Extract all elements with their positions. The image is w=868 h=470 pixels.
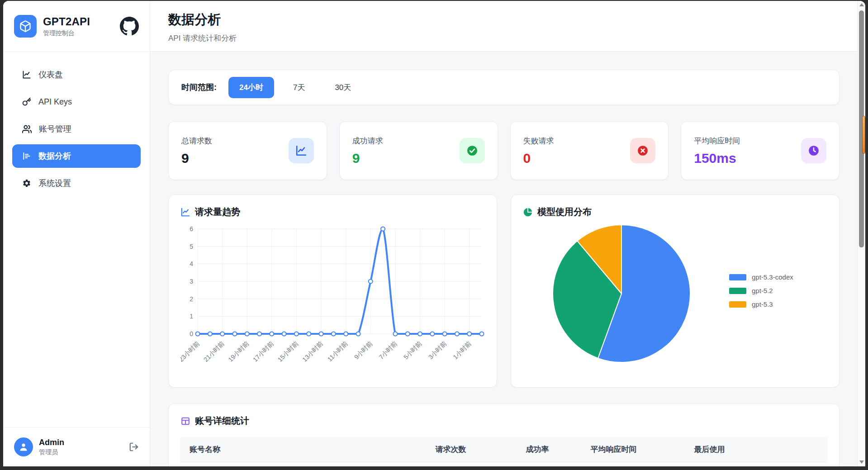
- page-header: 数据分析 API 请求统计和分析: [150, 1, 858, 52]
- nav-label: 数据分析: [38, 151, 71, 161]
- stat-value: 9: [352, 151, 383, 166]
- stat-value: 0: [523, 151, 554, 166]
- account-stats-card: 账号详细统计 账号名称 请求次数 成功率 平均响应时间 最后使用: [168, 404, 840, 466]
- stat-text: 失败请求 0: [523, 136, 554, 166]
- sidebar-item-analytics[interactable]: 数据分析: [12, 144, 141, 168]
- svg-text:11小时前: 11小时前: [326, 340, 349, 363]
- stat-card-failed-requests: 失败请求 0: [510, 121, 669, 180]
- sidebar-item-api-keys[interactable]: API Keys: [12, 90, 141, 114]
- column-header-avg-response: 平均响应时间: [582, 437, 685, 462]
- scrollbar-marker: [862, 116, 865, 154]
- table-icon: [180, 416, 190, 426]
- svg-text:1小时前: 1小时前: [451, 340, 473, 361]
- account-stats-title: 账号详细统计: [180, 415, 827, 427]
- stat-card-total-requests: 总请求数 9: [168, 121, 327, 180]
- gear-icon: [22, 179, 31, 188]
- stat-label: 失败请求: [523, 136, 554, 146]
- nav-label: 仪表盘: [38, 69, 63, 80]
- time-range-30d-button[interactable]: 30天: [324, 77, 362, 98]
- svg-text:3小时前: 3小时前: [427, 340, 448, 361]
- scrollbar-up-arrow[interactable]: [859, 3, 864, 6]
- logout-icon[interactable]: [129, 442, 139, 452]
- chart-line-icon: [22, 70, 31, 79]
- time-range-24h-button[interactable]: 24小时: [228, 77, 274, 98]
- line-chart: 012345623小时前21小时前19小时前17小时前15小时前13小时前11小…: [180, 223, 487, 373]
- charts-row: 请求量趋势 012345623小时前21小时前19小时前17小时前15小时前13…: [168, 195, 840, 388]
- card-title-text: 模型使用分布: [537, 206, 592, 218]
- column-header-success-rate: 成功率: [517, 437, 582, 462]
- chart-line-icon: [289, 138, 314, 163]
- svg-text:6: 6: [190, 225, 193, 233]
- time-range-7d-button[interactable]: 7天: [282, 77, 316, 98]
- legend-swatch: [729, 288, 746, 294]
- stat-value: 150ms: [694, 151, 740, 166]
- legend-label: gpt-5.3: [752, 300, 773, 308]
- svg-text:19小时前: 19小时前: [227, 340, 250, 363]
- svg-text:17小时前: 17小时前: [251, 340, 275, 363]
- scrollbar-down-arrow[interactable]: [859, 461, 864, 464]
- svg-text:13小时前: 13小时前: [301, 340, 324, 363]
- svg-text:2: 2: [190, 295, 193, 303]
- time-range-card: 时间范围: 24小时 7天 30天: [168, 70, 840, 105]
- app-title: GPT2API: [43, 15, 90, 28]
- legend-item: gpt-5.3-codex: [729, 273, 793, 281]
- svg-text:23小时前: 23小时前: [180, 340, 201, 363]
- svg-text:15小时前: 15小时前: [276, 340, 299, 363]
- users-icon: [22, 124, 32, 134]
- stat-label: 成功请求: [352, 136, 383, 146]
- stats-row: 总请求数 9 成功请求 9: [168, 121, 840, 180]
- app-title-block: GPT2API 管理控制台: [43, 15, 90, 38]
- page-title: 数据分析: [168, 11, 858, 29]
- github-icon[interactable]: [120, 17, 139, 36]
- nav-label: API Keys: [38, 97, 72, 107]
- nav-label: 系统设置: [38, 178, 71, 189]
- column-header-last-used: 最后使用: [685, 437, 827, 462]
- table-header-row: 账号名称 请求次数 成功率 平均响应时间 最后使用: [180, 437, 827, 462]
- stat-text: 总请求数 9: [181, 136, 212, 166]
- check-circle-icon: [460, 138, 485, 163]
- page-subtitle: API 请求统计和分析: [168, 33, 858, 43]
- user-block: Admin 管理员: [3, 427, 150, 466]
- svg-text:3: 3: [190, 278, 193, 285]
- legend-item: gpt-5.2: [729, 287, 793, 294]
- sidebar: GPT2API 管理控制台 仪表盘 API Keys: [3, 1, 150, 466]
- stat-label: 总请求数: [181, 136, 212, 146]
- time-range-label: 时间范围:: [181, 82, 217, 93]
- content: 时间范围: 24小时 7天 30天 总请求数 9: [150, 52, 858, 466]
- stat-card-avg-response-time: 平均响应时间 150ms: [681, 121, 840, 180]
- legend-label: gpt-5.2: [752, 287, 773, 294]
- sidebar-item-dashboard[interactable]: 仪表盘: [12, 63, 141, 86]
- svg-text:21小时前: 21小时前: [202, 340, 226, 363]
- sidebar-item-accounts[interactable]: 账号管理: [12, 117, 141, 141]
- chart-line-icon: [180, 207, 190, 217]
- user-avatar: [14, 437, 33, 456]
- pie-chart: [523, 218, 722, 369]
- stat-text: 成功请求 9: [352, 136, 383, 166]
- model-distribution-card: 模型使用分布 gpt-5.3-codex gpt-5.2: [511, 195, 840, 388]
- svg-text:9小时前: 9小时前: [353, 340, 374, 361]
- account-stats-table: 账号名称 请求次数 成功率 平均响应时间 最后使用: [180, 437, 827, 462]
- app-window: GPT2API 管理控制台 仪表盘 API Keys: [3, 1, 865, 466]
- column-header-requests: 请求次数: [426, 437, 517, 462]
- legend-item: gpt-5.3: [729, 300, 793, 308]
- request-trend-card: 请求量趋势 012345623小时前21小时前19小时前17小时前15小时前13…: [168, 195, 497, 388]
- column-header-account: 账号名称: [180, 437, 426, 462]
- legend-swatch: [729, 301, 746, 308]
- card-title-text: 账号详细统计: [195, 415, 249, 427]
- vertical-scrollbar[interactable]: [857, 1, 865, 466]
- svg-text:1: 1: [190, 313, 193, 320]
- stat-card-success-requests: 成功请求 9: [339, 121, 498, 180]
- stat-label: 平均响应时间: [694, 136, 740, 146]
- request-trend-title: 请求量趋势: [180, 206, 485, 218]
- x-circle-icon: [630, 138, 655, 163]
- cube-logo-icon: [14, 15, 37, 38]
- user-name: Admin: [39, 438, 64, 447]
- pie-chart-area: gpt-5.3-codex gpt-5.2 gpt-5.3: [523, 218, 827, 369]
- pie-chart-icon: [523, 207, 533, 217]
- app-logo: GPT2API 管理控制台: [3, 1, 150, 52]
- user-role: 管理员: [39, 448, 64, 456]
- legend-swatch: [729, 274, 746, 280]
- user-meta: Admin 管理员: [39, 438, 64, 456]
- sidebar-item-settings[interactable]: 系统设置: [12, 171, 141, 195]
- clock-icon: [801, 138, 826, 163]
